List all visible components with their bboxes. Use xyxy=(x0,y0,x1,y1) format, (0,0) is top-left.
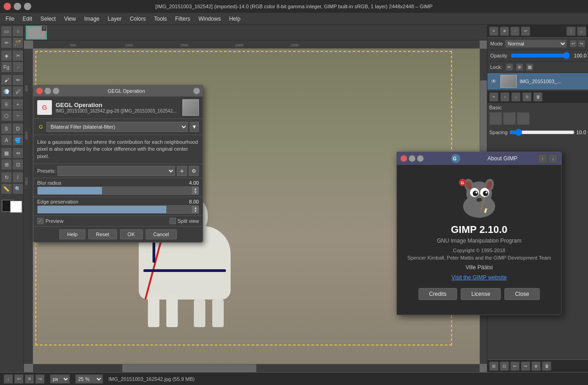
gegl-filter-select[interactable]: Bilateral Filter (bilateral-filter) xyxy=(46,122,188,132)
tool-pencil[interactable]: ✏ xyxy=(12,74,23,85)
tool-free-select[interactable]: ✏ xyxy=(1,37,12,48)
layer-item[interactable]: 👁 IMG_20151003_... xyxy=(487,73,588,90)
tool-heal[interactable]: + xyxy=(12,99,23,110)
gegl-min-button[interactable] xyxy=(45,88,51,94)
panel-tab-layers[interactable]: ≡ xyxy=(489,27,498,36)
tool-convolve[interactable]: ~ xyxy=(12,110,23,121)
gegl-ok-button[interactable]: OK xyxy=(120,229,143,239)
undo-button[interactable]: ↩ xyxy=(570,40,577,47)
gegl-reset-button[interactable]: Reset xyxy=(88,229,117,239)
rp-btn-3[interactable]: ↩ xyxy=(510,362,520,371)
menu-edit[interactable]: Edit xyxy=(19,15,36,23)
rp-btn-5[interactable]: ⊕ xyxy=(531,362,541,371)
gegl-presets-config-button[interactable]: ⚙ xyxy=(189,166,199,176)
window-close-button[interactable] xyxy=(4,3,11,10)
menu-view[interactable]: View xyxy=(60,15,79,23)
tool-scissors[interactable]: ✂ xyxy=(12,50,23,61)
redo-button[interactable]: ↪ xyxy=(578,40,585,47)
lock-alpha[interactable]: ▦ xyxy=(526,63,533,71)
tool-fuzzy-select[interactable]: 🪄 xyxy=(12,37,23,48)
menu-select[interactable]: Select xyxy=(37,15,59,23)
gegl-max-button[interactable] xyxy=(53,88,59,94)
mode-select[interactable]: Normal xyxy=(505,40,567,48)
gegl-splitview-checkbox[interactable] xyxy=(170,218,176,224)
brush-preset-3[interactable] xyxy=(517,112,530,125)
thumbnail-close[interactable]: × xyxy=(41,26,47,31)
layer-raise[interactable]: ↑ xyxy=(500,92,509,102)
menu-help[interactable]: Help xyxy=(226,15,244,23)
tool-blend[interactable]: ▦ xyxy=(1,147,12,159)
about-max-btn[interactable] xyxy=(417,155,424,162)
lock-position[interactable]: ⊕ xyxy=(516,63,523,71)
about-license-button[interactable]: License xyxy=(461,288,501,300)
menu-windows[interactable]: Windows xyxy=(195,15,225,23)
tool-foreground[interactable]: Fg xyxy=(1,62,12,73)
tool-ink[interactable]: 🖊 xyxy=(12,86,23,97)
tool-rotate[interactable]: ↻ xyxy=(1,172,12,183)
rp-btn-6[interactable]: 🗑 xyxy=(542,362,551,371)
panel-tab-history[interactable]: ↩ xyxy=(521,27,530,36)
brush-preset-2[interactable] xyxy=(503,112,516,125)
layer-duplicate[interactable]: ⎘ xyxy=(522,92,531,102)
layer-new[interactable]: + xyxy=(489,92,498,102)
about-min-btn[interactable] xyxy=(409,155,415,162)
tool-airbrush[interactable]: 💨 xyxy=(1,86,12,97)
tool-flip[interactable]: ⇔ xyxy=(12,147,23,159)
tool-scale[interactable]: ⊡ xyxy=(12,159,23,170)
tool-rect-select[interactable]: ▭ xyxy=(1,26,12,37)
scrollbar-horizontal[interactable] xyxy=(33,364,480,372)
tool-ellipse-select[interactable]: ○ xyxy=(12,26,23,37)
tool-zoom[interactable]: 🔍 xyxy=(12,183,23,194)
tool-shear[interactable]: / xyxy=(12,172,23,183)
undo-history-button[interactable]: ↩ xyxy=(14,374,23,384)
menu-tools[interactable]: Tools xyxy=(150,15,170,23)
export-button[interactable]: ↓ xyxy=(4,374,13,384)
opacity-slider[interactable] xyxy=(511,52,570,59)
panel-tab-channels[interactable]: ⊕ xyxy=(500,27,509,36)
tool-dodge[interactable]: D xyxy=(12,123,23,134)
gegl-help-button[interactable]: Help xyxy=(59,229,85,239)
menu-layer[interactable]: Layer xyxy=(104,15,125,23)
gegl-cancel-button[interactable]: Cancel xyxy=(146,229,177,239)
layer-visibility[interactable]: 👁 xyxy=(490,78,498,85)
tool-bucket[interactable]: 🪣 xyxy=(12,135,23,146)
tool-perspective[interactable]: ⬡ xyxy=(1,110,12,121)
discard-button[interactable]: ✕ xyxy=(25,374,34,384)
layer-lower[interactable]: ↓ xyxy=(511,92,520,102)
tool-text[interactable]: A xyxy=(1,135,12,146)
tool-paint[interactable]: 🖌 xyxy=(1,74,12,85)
gegl-expand-button[interactable] xyxy=(193,88,200,94)
redo-history-button[interactable]: ↪ xyxy=(35,374,45,384)
menu-image[interactable]: Image xyxy=(80,15,103,23)
scrollbar-v-thumb[interactable] xyxy=(480,80,487,159)
lock-pixels[interactable]: ✏ xyxy=(506,63,513,71)
menu-colors[interactable]: Colors xyxy=(126,15,150,23)
menu-file[interactable]: File xyxy=(2,15,18,23)
title-bar-buttons[interactable] xyxy=(4,3,31,10)
panel-scroll-up[interactable]: ↑ xyxy=(566,27,576,36)
about-close-btn-titlebar[interactable] xyxy=(401,155,407,162)
tool-measure[interactable]: 📏 xyxy=(1,183,12,194)
unit-select[interactable]: px mm in xyxy=(50,374,70,384)
panel-tab-paths[interactable]: ⟋ xyxy=(510,27,520,36)
thumbnail-active[interactable]: × xyxy=(26,26,47,40)
scrollbar-h-thumb[interactable] xyxy=(122,364,256,372)
gegl-presets-add-button[interactable]: + xyxy=(177,166,187,176)
tool-clone[interactable]: ⎘ xyxy=(1,99,12,110)
gegl-close-button[interactable] xyxy=(36,88,43,94)
gegl-preview-checkbox[interactable]: ✓ xyxy=(37,218,44,224)
about-scroll-down[interactable]: ↓ xyxy=(548,154,558,163)
tool-path[interactable]: ⟋ xyxy=(12,62,23,73)
rp-btn-1[interactable]: ⊞ xyxy=(489,362,498,371)
gegl-presets-select[interactable] xyxy=(57,166,175,176)
brush-preset-1[interactable] xyxy=(489,112,502,125)
edge-preservation-down[interactable]: ▼ xyxy=(192,209,198,213)
zoom-select[interactable]: 25 % 50 % 100 % xyxy=(75,374,103,384)
tool-by-color[interactable]: ◈ xyxy=(1,50,12,61)
blur-radius-slider-track[interactable]: ▲ ▼ xyxy=(37,187,199,195)
rp-btn-2[interactable]: ⊡ xyxy=(500,362,509,371)
window-min-button[interactable] xyxy=(14,3,21,10)
spacing-slider[interactable] xyxy=(509,129,575,136)
panel-scroll-down[interactable]: ↓ xyxy=(577,27,586,36)
about-website-link[interactable]: Visit the GIMP website xyxy=(404,274,554,281)
